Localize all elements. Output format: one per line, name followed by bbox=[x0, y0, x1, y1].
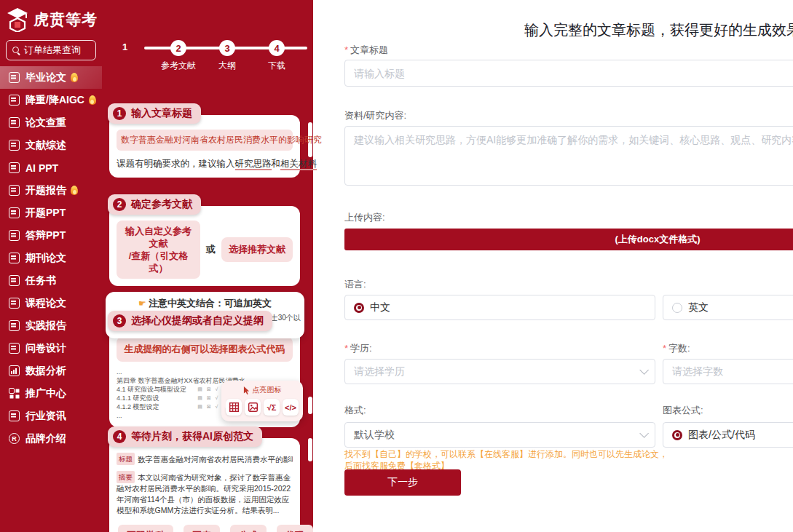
document-icon bbox=[9, 72, 20, 83]
sidebar-item-practice-report[interactable]: 实践报告 bbox=[0, 314, 102, 337]
cursor-icon bbox=[243, 386, 250, 394]
brand-logo[interactable]: 虎贲等考 bbox=[0, 0, 102, 35]
custom-reference-button[interactable]: 输入自定义参考文献 /查新（引文格式） bbox=[117, 221, 200, 279]
sidebar-item-plagiarism-check[interactable]: 论文查重 bbox=[0, 111, 102, 134]
step-number-badge: 1 bbox=[113, 107, 126, 120]
sidebar-item-label: 行业资讯 bbox=[25, 410, 66, 423]
outline-text: ... bbox=[117, 368, 122, 376]
step-number-badge: 4 bbox=[113, 430, 126, 443]
insert-formula-icon[interactable]: √Σ bbox=[264, 399, 280, 416]
sidebar-item-reduce-aigc[interactable]: 降重/降AIGC bbox=[0, 89, 102, 111]
document-icon bbox=[9, 343, 20, 354]
sidebar-item-label: 论文查重 bbox=[25, 116, 66, 130]
bar-chart-icon bbox=[9, 365, 20, 376]
sidebar-item-label: 开题报告 bbox=[25, 184, 66, 197]
document-icon bbox=[9, 117, 20, 128]
chevron-down-icon bbox=[639, 365, 649, 375]
generation-form: 输入完整的文章标题，获得更好的生成效果 文章标题 资料/研究内容: 上传内容: … bbox=[313, 0, 793, 532]
recommended-reference-button[interactable]: 选择推荐文献 bbox=[221, 237, 293, 262]
sidebar-item-proposal-ppt[interactable]: 开题PPT bbox=[0, 202, 102, 224]
progress-stepper: 1 2 3 4 参考文献 大纲 下载 bbox=[102, 36, 313, 70]
outline-text: 4.1 研究假设与模型设定 bbox=[117, 385, 186, 394]
sidebar-item-label: 问卷设计 bbox=[25, 342, 66, 355]
note-line1: ☛注意中英文结合：可追加英文 bbox=[109, 297, 301, 310]
sidebar-item-journal-paper[interactable]: 期刊论文 bbox=[0, 247, 102, 269]
form-banner-title: 输入完整的文章标题，获得更好的生成效果 bbox=[524, 20, 793, 40]
sidebar-item-promotion-center[interactable]: 推广中心 bbox=[0, 382, 102, 405]
step1-tip: 课题有明确要求的，建议输入研究思路和相关材料 bbox=[117, 158, 293, 170]
article-title-input[interactable] bbox=[344, 60, 793, 87]
order-result-search-button[interactable]: 订单结果查询 bbox=[6, 40, 96, 60]
radio-checked-icon[interactable] bbox=[672, 430, 682, 440]
sidebar-item-ai-ppt[interactable]: AI PPT bbox=[0, 156, 102, 179]
or-text: 或 bbox=[206, 243, 216, 256]
insert-code-icon[interactable]: </> bbox=[283, 399, 299, 416]
format-value: 默认学校 bbox=[354, 429, 395, 442]
sidebar-item-label: 开题PPT bbox=[25, 207, 66, 220]
guide-step4-title: 等待片刻，获得AI原创范文 bbox=[131, 430, 253, 443]
outline-text: 4.1.1 研究假设 bbox=[117, 394, 159, 402]
wordcount-label: 字数: bbox=[663, 342, 690, 355]
sidebar-item-industry-news[interactable]: 行业资讯 bbox=[0, 405, 102, 427]
wordcount-placeholder: 请选择字数 bbox=[672, 365, 723, 378]
sidebar-item-survey-design[interactable]: 问卷设计 bbox=[0, 337, 102, 360]
tag-charts[interactable]: 图表 bbox=[184, 525, 220, 532]
example-title-pill: 数字普惠金融对河南省农村居民消费水平的影响研究 bbox=[117, 130, 293, 151]
search-icon bbox=[12, 47, 20, 55]
guide-step3-header: 3 选择心仪提纲或者自定义提纲 bbox=[108, 311, 272, 331]
language-chinese-label: 中文 bbox=[370, 301, 390, 314]
registered-mark-icon: R bbox=[9, 433, 20, 444]
tag-any-subject[interactable]: 不限学科 bbox=[118, 525, 173, 532]
step-number-badge: 3 bbox=[113, 314, 126, 327]
title-tag: 标题 bbox=[117, 453, 135, 465]
format-label: 格式: bbox=[344, 404, 366, 417]
tag-formula[interactable]: 公式 bbox=[230, 525, 267, 532]
outline-list: ... 第四章 数字普惠金融对XX省农村居民消费水 4.1 研究假设与模型设定▤… bbox=[117, 368, 293, 420]
sidebar-item-label: 推广中心 bbox=[25, 387, 66, 400]
result-abstract-text: 本文以河南省为研究对象，探讨了数字普惠金融对农村居民消费水平的影响。研究采用20… bbox=[117, 473, 291, 515]
abstract-tag: 摘要 bbox=[117, 471, 135, 483]
sidebar-item-data-analysis[interactable]: 数据分析 bbox=[0, 360, 102, 382]
sidebar-item-defense-ppt[interactable]: 答辩PPT bbox=[0, 224, 102, 247]
insert-image-icon[interactable] bbox=[245, 399, 261, 416]
format-select[interactable]: 默认学校 bbox=[344, 422, 655, 448]
material-textarea[interactable] bbox=[344, 126, 793, 186]
step-2[interactable]: 2 bbox=[170, 40, 186, 56]
insert-table-icon[interactable] bbox=[226, 399, 242, 416]
document-icon bbox=[9, 140, 20, 151]
step-3[interactable]: 3 bbox=[219, 40, 235, 56]
sidebar-item-brand-intro[interactable]: R 品牌介绍 bbox=[0, 427, 102, 450]
sidebar-item-proposal-report[interactable]: 开题报告 bbox=[0, 179, 102, 202]
education-select[interactable]: 请选择学历 bbox=[344, 359, 655, 384]
step-1[interactable]: 1 bbox=[122, 41, 127, 52]
guide-step4-header: 4 等待片刻，获得AI原创范文 bbox=[108, 426, 262, 447]
app-window: 虎贲等考 订单结果查询 毕业论文 降重/降AIGC 论文查重 文 bbox=[0, 0, 793, 532]
sidebar-item-label: 实践报告 bbox=[25, 319, 66, 333]
flame-icon bbox=[71, 186, 78, 195]
guide-step1-header: 1 输入文章标题 bbox=[108, 103, 201, 124]
sidebar-item-course-paper[interactable]: 课程论文 bbox=[0, 292, 102, 314]
upload-docx-button[interactable]: (上传docx文件格式) bbox=[344, 229, 793, 250]
chart-formula-option[interactable]: 图表/公式/代码 bbox=[663, 422, 793, 448]
wordcount-select[interactable]: 请选择字数 bbox=[663, 359, 793, 384]
sidebar-item-task-book[interactable]: 任务书 bbox=[0, 269, 102, 292]
language-option-english[interactable]: 英文 bbox=[663, 295, 793, 320]
order-result-search-label: 订单结果查询 bbox=[24, 44, 81, 57]
sidebar-item-graduation-thesis[interactable]: 毕业论文 bbox=[0, 66, 102, 89]
sidebar-item-literature-review[interactable]: 文献综述 bbox=[0, 134, 102, 156]
sidebar-item-label: 课程论文 bbox=[25, 297, 66, 310]
sidebar-item-label: 毕业论文 bbox=[25, 71, 66, 84]
next-step-button[interactable]: 下一步 bbox=[344, 469, 461, 496]
tag-code[interactable]: 代码 bbox=[277, 525, 313, 532]
grid-apps-icon bbox=[9, 388, 20, 399]
document-icon bbox=[9, 320, 20, 331]
education-label: 学历: bbox=[344, 342, 372, 355]
language-option-chinese[interactable]: 中文 bbox=[344, 295, 655, 320]
radio-checked-icon[interactable] bbox=[354, 303, 364, 313]
tip-text: 课题有明确要求的，建议输入 bbox=[117, 159, 235, 169]
radio-unchecked-icon[interactable] bbox=[672, 303, 682, 313]
guide-step4-card: 标题数字普惠金融对河南省农村居民消费水平的影响研究 摘要本文以河南省为研究对象，… bbox=[109, 438, 300, 532]
step-4[interactable]: 4 bbox=[269, 40, 285, 56]
result-title-text: 数字普惠金融对河南省农村居民消费水平的影响研究 bbox=[138, 455, 293, 464]
result-title-line: 标题数字普惠金融对河南省农村居民消费水平的影响研究 bbox=[117, 453, 293, 465]
